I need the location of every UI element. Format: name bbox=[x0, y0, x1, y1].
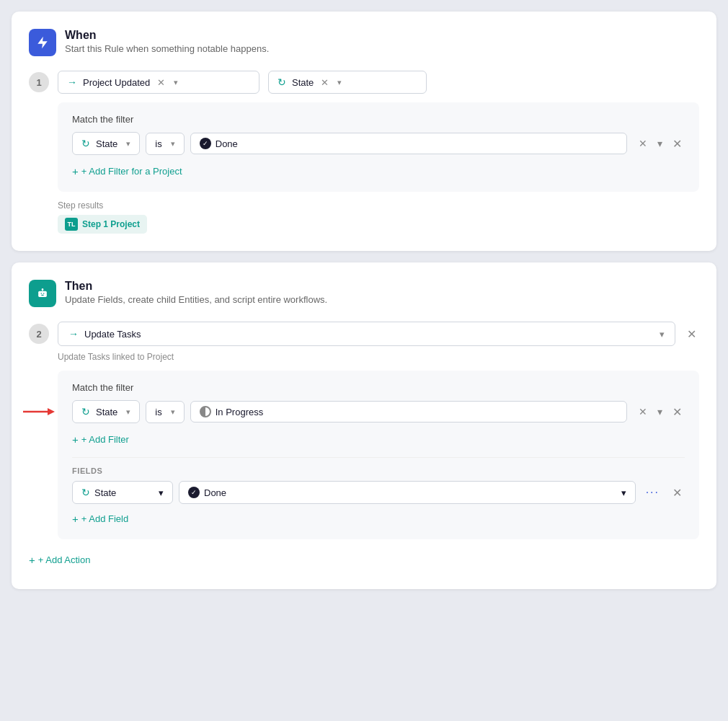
then-icon-box bbox=[29, 280, 56, 307]
add-filter-btn[interactable]: + + Add Filter bbox=[72, 430, 129, 448]
when-filter-value-pill[interactable]: ✓ Done bbox=[190, 133, 627, 154]
when-state-field-label: State bbox=[96, 138, 117, 149]
then-filter-value-pill[interactable]: In Progress bbox=[190, 401, 627, 423]
field-more-options-btn[interactable]: ··· bbox=[642, 483, 664, 502]
when-operator-label: is bbox=[155, 138, 161, 149]
trigger-arrow-icon: → bbox=[67, 76, 77, 88]
update-arrow-icon: → bbox=[68, 328, 79, 340]
when-filter-row: ↻ State ▾ is ▾ ✓ Done ✕ ▾ ✕ bbox=[72, 132, 685, 155]
svg-rect-0 bbox=[38, 291, 47, 297]
state-filter-chevron-icon: ▾ bbox=[337, 78, 342, 87]
trigger-chevron-icon: ▾ bbox=[174, 78, 178, 87]
then-operator-dropdown[interactable]: is ▾ bbox=[146, 401, 184, 423]
when-state-field-chevron: ▾ bbox=[126, 139, 130, 149]
field-value-label: Done bbox=[204, 487, 226, 498]
then-filter-value-label: In Progress bbox=[216, 407, 263, 417]
update-tasks-label: Update Tasks bbox=[84, 329, 141, 340]
add-project-filter-icon: + bbox=[72, 165, 79, 177]
when-filter-clear-btn[interactable]: ✕ bbox=[636, 136, 650, 151]
when-operator-chevron: ▾ bbox=[171, 139, 175, 149]
field-value-dropdown[interactable]: ✓ Done ▾ bbox=[179, 481, 636, 504]
add-action-label: + Add Action bbox=[38, 554, 91, 565]
then-filter-row: ↻ State ▾ is ▾ In Progress ✕ ▾ ✕ bbox=[72, 400, 685, 423]
fields-divider bbox=[72, 457, 685, 458]
when-icon-box bbox=[29, 29, 56, 56]
red-arrow-indicator bbox=[22, 404, 55, 419]
then-match-filter-label: Match the filter bbox=[72, 382, 685, 393]
add-filter-icon: + bbox=[72, 433, 79, 446]
when-match-filter-label: Match the filter bbox=[72, 114, 685, 125]
when-filter-expand-btn[interactable]: ▾ bbox=[654, 136, 665, 151]
add-project-filter-btn[interactable]: + + Add Filter for a Project bbox=[72, 162, 182, 180]
then-operator-label: is bbox=[155, 407, 161, 417]
state-filter-close-btn[interactable]: ✕ bbox=[321, 77, 329, 88]
then-filter-actions: ✕ ▾ ✕ bbox=[636, 404, 685, 420]
field-value-chevron: ▾ bbox=[621, 487, 626, 498]
update-tasks-chevron: ▾ bbox=[660, 329, 665, 340]
then-robot-icon bbox=[35, 286, 50, 301]
then-state-field-dropdown[interactable]: ↻ State ▾ bbox=[72, 400, 140, 423]
step1-result-label: Step 1 Project bbox=[82, 219, 140, 229]
add-field-label: + Add Field bbox=[81, 513, 128, 524]
tl-icon: TL bbox=[65, 218, 78, 231]
field-done-icon: ✓ bbox=[188, 487, 200, 498]
add-action-icon: + bbox=[29, 554, 35, 566]
when-filter-actions: ✕ ▾ ✕ bbox=[636, 136, 685, 152]
step1-badge: 1 bbox=[29, 72, 49, 92]
when-subtitle: Start this Rule when something notable h… bbox=[65, 43, 269, 54]
fields-row: ↻ State ▾ ✓ Done ▾ ··· ✕ bbox=[72, 481, 685, 504]
done-icon: ✓ bbox=[200, 138, 211, 149]
then-subtitle: Update Fields, create child Entities, an… bbox=[65, 294, 327, 305]
field-name-label: State bbox=[94, 487, 116, 498]
state-filter-label: State bbox=[292, 77, 314, 88]
then-operator-chevron: ▾ bbox=[171, 407, 175, 417]
field-name-icon: ↻ bbox=[81, 487, 90, 498]
svg-marker-7 bbox=[48, 408, 55, 415]
when-title: When bbox=[65, 29, 269, 42]
step-results-block: Step results TL Step 1 Project bbox=[58, 200, 699, 234]
when-filter-delete-btn[interactable]: ✕ bbox=[670, 136, 685, 152]
add-filter-label: + Add Filter bbox=[81, 434, 129, 445]
then-state-field-chevron: ▾ bbox=[126, 407, 130, 417]
then-title: Then bbox=[65, 280, 327, 293]
red-arrow-icon bbox=[22, 404, 55, 419]
step1-result-badge: TL Step 1 Project bbox=[58, 215, 147, 234]
then-filter-expand-btn[interactable]: ▾ bbox=[654, 404, 665, 419]
trigger-close-btn[interactable]: ✕ bbox=[157, 77, 165, 88]
action-description: Update Tasks linked to Project bbox=[58, 352, 699, 362]
when-card: When Start this Rule when something nota… bbox=[12, 12, 716, 251]
then-state-field-icon: ↻ bbox=[81, 406, 90, 417]
then-filter-container: Match the filter ↻ State ▾ is ▾ bbox=[58, 371, 699, 539]
field-delete-btn[interactable]: ✕ bbox=[670, 483, 685, 503]
trigger-dropdown[interactable]: → Project Updated ✕ ▾ bbox=[58, 71, 259, 94]
fields-section-label: FIELDS bbox=[72, 466, 685, 475]
update-tasks-dropdown[interactable]: → Update Tasks ▾ bbox=[58, 322, 675, 346]
add-field-btn[interactable]: + + Add Field bbox=[72, 510, 128, 528]
field-name-dropdown[interactable]: ↻ State ▾ bbox=[72, 481, 173, 504]
when-operator-dropdown[interactable]: is ▾ bbox=[146, 133, 184, 155]
field-name-chevron: ▾ bbox=[159, 487, 164, 498]
svg-rect-2 bbox=[43, 293, 45, 294]
add-project-filter-label: + Add Filter for a Project bbox=[81, 166, 182, 177]
svg-rect-1 bbox=[41, 293, 43, 294]
when-title-block: When Start this Rule when something nota… bbox=[65, 29, 269, 54]
then-title-block: Then Update Fields, create child Entitie… bbox=[65, 280, 327, 305]
step2-row: 2 → Update Tasks ▾ ✕ bbox=[29, 322, 699, 346]
step-results-label: Step results bbox=[58, 200, 699, 211]
step2-close-btn[interactable]: ✕ bbox=[684, 324, 699, 344]
inprogress-icon bbox=[200, 406, 211, 417]
when-header: When Start this Rule when something nota… bbox=[29, 29, 699, 56]
add-field-icon: + bbox=[72, 513, 79, 525]
then-filter-delete-btn[interactable]: ✕ bbox=[670, 404, 685, 420]
step1-row: 1 → Project Updated ✕ ▾ ↻ State ✕ ▾ bbox=[29, 71, 699, 94]
lightning-icon bbox=[35, 35, 50, 50]
then-header: Then Update Fields, create child Entitie… bbox=[29, 280, 699, 307]
state-filter-dropdown[interactable]: ↻ State ✕ ▾ bbox=[268, 71, 427, 94]
when-filter-container: Match the filter ↻ State ▾ is ▾ ✓ Done ✕… bbox=[58, 102, 699, 192]
then-state-field-label: State bbox=[96, 407, 117, 417]
when-state-field-dropdown[interactable]: ↻ State ▾ bbox=[72, 132, 140, 155]
add-action-btn[interactable]: + + Add Action bbox=[29, 548, 90, 572]
svg-rect-3 bbox=[41, 295, 43, 296]
svg-point-5 bbox=[42, 288, 44, 291]
then-filter-clear-btn[interactable]: ✕ bbox=[636, 404, 650, 419]
